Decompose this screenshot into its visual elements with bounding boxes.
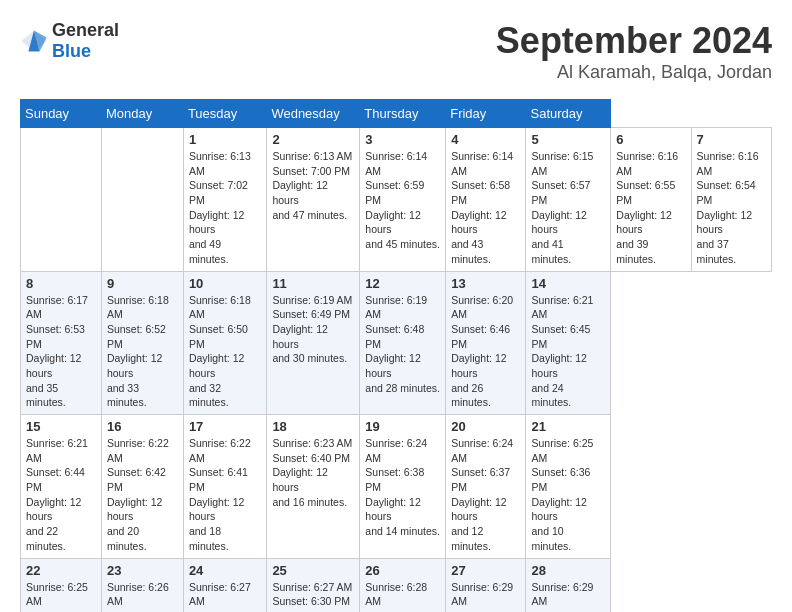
table-row: 4Sunrise: 6:14 AMSunset: 6:58 PMDaylight… xyxy=(446,128,526,272)
day-number: 6 xyxy=(616,132,685,147)
day-info: Sunrise: 6:18 AMSunset: 6:52 PMDaylight:… xyxy=(107,293,178,411)
day-number: 1 xyxy=(189,132,262,147)
day-info: Sunrise: 6:16 AMSunset: 6:54 PMDaylight:… xyxy=(697,149,766,267)
day-info: Sunrise: 6:15 AMSunset: 6:57 PMDaylight:… xyxy=(531,149,605,267)
day-info: Sunrise: 6:20 AMSunset: 6:46 PMDaylight:… xyxy=(451,293,520,411)
day-info: Sunrise: 6:23 AMSunset: 6:40 PMDaylight:… xyxy=(272,436,354,509)
day-info: Sunrise: 6:14 AMSunset: 6:58 PMDaylight:… xyxy=(451,149,520,267)
table-row: 7Sunrise: 6:16 AMSunset: 6:54 PMDaylight… xyxy=(691,128,771,272)
day-number: 22 xyxy=(26,563,96,578)
day-number: 2 xyxy=(272,132,354,147)
table-row: 24Sunrise: 6:27 AMSunset: 6:32 PMDayligh… xyxy=(183,558,267,612)
day-number: 5 xyxy=(531,132,605,147)
day-info: Sunrise: 6:19 AMSunset: 6:48 PMDaylight:… xyxy=(365,293,440,396)
table-row: 26Sunrise: 6:28 AMSunset: 6:29 PMDayligh… xyxy=(360,558,446,612)
header-tuesday: Tuesday xyxy=(183,100,267,128)
day-number: 8 xyxy=(26,276,96,291)
calendar-week-row: 1Sunrise: 6:13 AMSunset: 7:02 PMDaylight… xyxy=(21,128,772,272)
day-number: 20 xyxy=(451,419,520,434)
day-info: Sunrise: 6:27 AMSunset: 6:30 PMDaylight:… xyxy=(272,580,354,613)
day-number: 11 xyxy=(272,276,354,291)
day-info: Sunrise: 6:13 AMSunset: 7:00 PMDaylight:… xyxy=(272,149,354,222)
table-row: 17Sunrise: 6:22 AMSunset: 6:41 PMDayligh… xyxy=(183,415,267,559)
day-info: Sunrise: 6:21 AMSunset: 6:45 PMDaylight:… xyxy=(531,293,605,411)
table-row: 11Sunrise: 6:19 AMSunset: 6:49 PMDayligh… xyxy=(267,271,360,415)
day-info: Sunrise: 6:16 AMSunset: 6:55 PMDaylight:… xyxy=(616,149,685,267)
table-row xyxy=(101,128,183,272)
day-number: 4 xyxy=(451,132,520,147)
day-number: 23 xyxy=(107,563,178,578)
day-number: 25 xyxy=(272,563,354,578)
calendar-week-row: 22Sunrise: 6:25 AMSunset: 6:34 PMDayligh… xyxy=(21,558,772,612)
table-row: 23Sunrise: 6:26 AMSunset: 6:33 PMDayligh… xyxy=(101,558,183,612)
location-subtitle: Al Karamah, Balqa, Jordan xyxy=(496,62,772,83)
day-number: 10 xyxy=(189,276,262,291)
table-row: 16Sunrise: 6:22 AMSunset: 6:42 PMDayligh… xyxy=(101,415,183,559)
header-sunday: Sunday xyxy=(21,100,102,128)
day-info: Sunrise: 6:29 AMSunset: 6:26 PMDaylight:… xyxy=(531,580,605,613)
header-thursday: Thursday xyxy=(360,100,446,128)
table-row: 14Sunrise: 6:21 AMSunset: 6:45 PMDayligh… xyxy=(526,271,611,415)
calendar-week-row: 15Sunrise: 6:21 AMSunset: 6:44 PMDayligh… xyxy=(21,415,772,559)
day-number: 24 xyxy=(189,563,262,578)
table-row: 8Sunrise: 6:17 AMSunset: 6:53 PMDaylight… xyxy=(21,271,102,415)
day-info: Sunrise: 6:25 AMSunset: 6:34 PMDaylight:… xyxy=(26,580,96,613)
table-row: 19Sunrise: 6:24 AMSunset: 6:38 PMDayligh… xyxy=(360,415,446,559)
day-info: Sunrise: 6:24 AMSunset: 6:38 PMDaylight:… xyxy=(365,436,440,539)
table-row: 6Sunrise: 6:16 AMSunset: 6:55 PMDaylight… xyxy=(611,128,691,272)
day-info: Sunrise: 6:18 AMSunset: 6:50 PMDaylight:… xyxy=(189,293,262,411)
header-wednesday: Wednesday xyxy=(267,100,360,128)
day-number: 26 xyxy=(365,563,440,578)
table-row: 21Sunrise: 6:25 AMSunset: 6:36 PMDayligh… xyxy=(526,415,611,559)
table-row: 20Sunrise: 6:24 AMSunset: 6:37 PMDayligh… xyxy=(446,415,526,559)
logo-text: General Blue xyxy=(52,20,119,62)
day-info: Sunrise: 6:26 AMSunset: 6:33 PMDaylight:… xyxy=(107,580,178,613)
day-number: 17 xyxy=(189,419,262,434)
month-title: September 2024 xyxy=(496,20,772,62)
day-number: 13 xyxy=(451,276,520,291)
table-row: 5Sunrise: 6:15 AMSunset: 6:57 PMDaylight… xyxy=(526,128,611,272)
table-row: 12Sunrise: 6:19 AMSunset: 6:48 PMDayligh… xyxy=(360,271,446,415)
day-number: 27 xyxy=(451,563,520,578)
day-number: 16 xyxy=(107,419,178,434)
logo-general: General xyxy=(52,20,119,40)
calendar-week-row: 8Sunrise: 6:17 AMSunset: 6:53 PMDaylight… xyxy=(21,271,772,415)
day-info: Sunrise: 6:28 AMSunset: 6:29 PMDaylight:… xyxy=(365,580,440,613)
logo-icon xyxy=(20,27,48,55)
calendar-table: Sunday Monday Tuesday Wednesday Thursday… xyxy=(20,99,772,612)
table-row xyxy=(21,128,102,272)
day-info: Sunrise: 6:13 AMSunset: 7:02 PMDaylight:… xyxy=(189,149,262,267)
table-row: 22Sunrise: 6:25 AMSunset: 6:34 PMDayligh… xyxy=(21,558,102,612)
table-row: 28Sunrise: 6:29 AMSunset: 6:26 PMDayligh… xyxy=(526,558,611,612)
day-number: 14 xyxy=(531,276,605,291)
table-row: 27Sunrise: 6:29 AMSunset: 6:28 PMDayligh… xyxy=(446,558,526,612)
day-number: 21 xyxy=(531,419,605,434)
day-info: Sunrise: 6:22 AMSunset: 6:41 PMDaylight:… xyxy=(189,436,262,554)
day-number: 15 xyxy=(26,419,96,434)
table-row: 10Sunrise: 6:18 AMSunset: 6:50 PMDayligh… xyxy=(183,271,267,415)
day-info: Sunrise: 6:19 AMSunset: 6:49 PMDaylight:… xyxy=(272,293,354,366)
day-info: Sunrise: 6:14 AMSunset: 6:59 PMDaylight:… xyxy=(365,149,440,252)
header-saturday: Saturday xyxy=(526,100,611,128)
day-info: Sunrise: 6:22 AMSunset: 6:42 PMDaylight:… xyxy=(107,436,178,554)
logo: General Blue xyxy=(20,20,119,62)
table-row: 13Sunrise: 6:20 AMSunset: 6:46 PMDayligh… xyxy=(446,271,526,415)
day-info: Sunrise: 6:25 AMSunset: 6:36 PMDaylight:… xyxy=(531,436,605,554)
table-row: 3Sunrise: 6:14 AMSunset: 6:59 PMDaylight… xyxy=(360,128,446,272)
day-number: 12 xyxy=(365,276,440,291)
logo-blue: Blue xyxy=(52,41,91,61)
day-number: 3 xyxy=(365,132,440,147)
header-friday: Friday xyxy=(446,100,526,128)
weekday-header-row: Sunday Monday Tuesday Wednesday Thursday… xyxy=(21,100,772,128)
page-header: General Blue September 2024 Al Karamah, … xyxy=(20,20,772,83)
title-section: September 2024 Al Karamah, Balqa, Jordan xyxy=(496,20,772,83)
day-number: 19 xyxy=(365,419,440,434)
header-monday: Monday xyxy=(101,100,183,128)
day-info: Sunrise: 6:17 AMSunset: 6:53 PMDaylight:… xyxy=(26,293,96,411)
day-number: 9 xyxy=(107,276,178,291)
day-info: Sunrise: 6:29 AMSunset: 6:28 PMDaylight:… xyxy=(451,580,520,613)
day-info: Sunrise: 6:21 AMSunset: 6:44 PMDaylight:… xyxy=(26,436,96,554)
table-row: 18Sunrise: 6:23 AMSunset: 6:40 PMDayligh… xyxy=(267,415,360,559)
day-number: 18 xyxy=(272,419,354,434)
day-info: Sunrise: 6:24 AMSunset: 6:37 PMDaylight:… xyxy=(451,436,520,554)
